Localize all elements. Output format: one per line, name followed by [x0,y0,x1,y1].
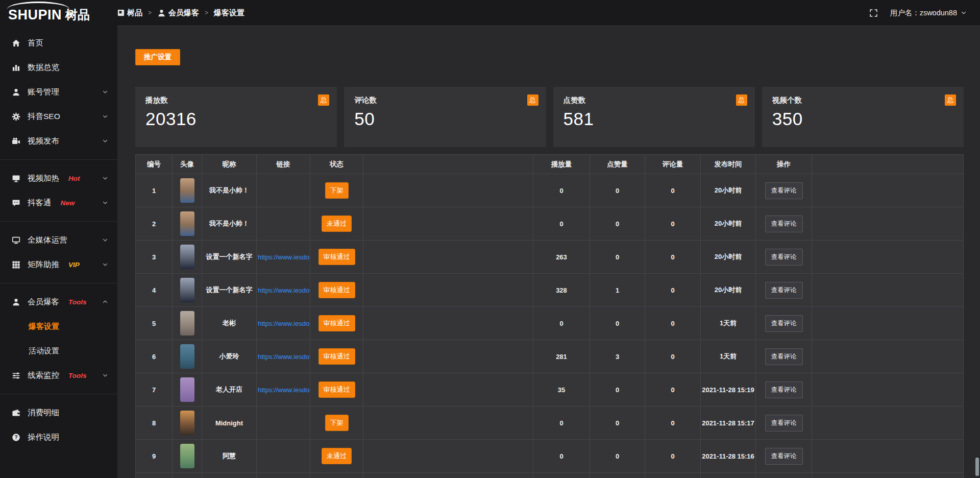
cell-action: 查看评论 [756,373,812,407]
status-badge-未通过[interactable]: 未通过 [322,216,352,232]
cell-link: https://www.iesdouyin.c [257,340,310,373]
status-badge-下架[interactable]: 下架 [325,182,349,199]
cell-empty [812,207,964,241]
status-badge-审核通过[interactable]: 审核通过 [318,381,355,398]
cell-nickname: 老彬 [202,307,257,340]
avatar [180,311,194,336]
sidebar-item-抖客通[interactable]: 抖客通New [0,190,117,215]
home-icon [11,39,20,47]
view-comments-button[interactable]: 查看评论 [765,249,803,266]
avatar [180,211,194,236]
status-badge-审核通过[interactable]: 审核通过 [318,249,355,265]
svg-text:?: ? [14,435,17,440]
sidebar-subitem-活动设置[interactable]: 活动设置 [0,339,117,363]
cell-plays [533,473,590,478]
cell-empty [363,274,533,307]
video-link[interactable]: https://www.iesdouyin.c [258,286,310,294]
sidebar-item-视频发布[interactable]: 视频发布 [0,129,117,153]
sidebar-item-badge: Hot [68,175,80,182]
breadcrumb-item-shupin[interactable]: 树品 [117,8,142,18]
cell-number: 7 [136,373,173,407]
cell-empty [363,207,533,241]
sidebar-item-抖音SEO[interactable]: 抖音SEO [0,104,117,129]
breadcrumb-label: 爆客设置 [214,8,244,18]
cell-empty [363,174,533,207]
status-badge-未通过[interactable]: 未通过 [322,448,352,464]
table-row [136,473,964,478]
view-comments-button[interactable]: 查看评论 [765,381,803,398]
status-badge-下架[interactable]: 下架 [325,415,349,431]
sidebar-divider [0,394,117,394]
vertical-scrollbar[interactable] [975,458,979,476]
video-link[interactable]: https://www.iesdouyin.c [258,253,310,261]
table-header-row: 编号头像昵称链接状态播放量点赞量评论量发布时间操作 [136,155,964,174]
avatar [180,178,194,203]
sidebar-item-数据总览[interactable]: 数据总览 [0,55,117,80]
grid-icon [11,260,20,269]
column-header-状态: 状态 [310,155,363,174]
view-comments-button[interactable]: 查看评论 [765,182,803,199]
sidebar-item-label: 数据总览 [28,62,59,73]
video-link[interactable]: https://www.iesdouyin.c [258,353,310,361]
promo-settings-button[interactable]: 推广设置 [135,49,180,65]
cell-number: 3 [136,241,173,274]
breadcrumb-separator: > [205,9,208,16]
status-badge-审核通过[interactable]: 审核通过 [318,315,355,331]
sidebar-item-账号管理[interactable]: 账号管理 [0,80,117,104]
chevron-down-icon [102,372,108,378]
sidebar-item-label: 视频加热 [28,173,59,184]
cell-link: https://www.iesdouyin.c [257,241,310,274]
chevron-down-icon [102,175,108,181]
view-comments-button[interactable]: 查看评论 [765,348,803,365]
breadcrumb-item-member[interactable]: 会员爆客 [157,8,199,18]
video-link[interactable]: https://www.iesdouyin.c [258,386,310,394]
status-badge-审核通过[interactable]: 审核通过 [318,282,355,298]
column-header-链接: 链接 [257,155,310,174]
cell-empty [363,440,533,473]
sidebar-item-矩阵助推[interactable]: 矩阵助推VIP [0,252,117,277]
view-comments-button[interactable]: 查看评论 [765,415,803,432]
sidebar-item-全媒体运营[interactable]: 全媒体运营 [0,228,117,252]
status-badge-审核通过[interactable]: 审核通过 [318,348,355,365]
view-comments-button[interactable]: 查看评论 [765,315,803,332]
sidebar-subitem-label: 活动设置 [29,346,59,356]
cell-nickname: 设置一个新名字 [202,241,257,274]
cell-plays: 0 [533,440,590,473]
sidebar-item-消费明细[interactable]: 消费明细 [0,400,117,425]
sidebar-item-视频加热[interactable]: 视频加热Hot [0,166,117,190]
video-link[interactable]: https://www.iesdouyin.c [258,320,310,327]
cell-comments: 0 [645,207,701,241]
sidebar-item-线索监控[interactable]: 线索监控Tools [0,363,117,388]
view-comments-button[interactable]: 查看评论 [765,216,803,232]
cell-publish-time: 1天前 [701,307,756,340]
cell-likes: 0 [590,307,645,340]
cell-status: 审核通过 [310,307,363,340]
cell-avatar [173,340,202,373]
fullscreen-icon[interactable] [869,9,878,17]
cell-comments: 0 [645,241,701,274]
app-logo[interactable]: SHUPIN 树品 [0,0,117,26]
chevron-up-icon [102,299,108,305]
stat-card-total-badge: 总 [736,94,747,106]
cell-link [257,473,310,478]
table-row: 7老人开店https://www.iesdouyin.c审核通过35002021… [136,373,964,407]
cell-avatar [173,407,202,440]
sidebar-subitem-爆客设置[interactable]: 爆客设置 [0,314,117,339]
cell-empty [812,373,964,407]
view-comments-button[interactable]: 查看评论 [765,282,803,299]
breadcrumb-label: 会员爆客 [168,8,199,18]
cell-publish-time: 2021-11-28 15:19 [701,373,756,407]
sidebar-item-会员爆客[interactable]: 会员爆客Tools [0,290,117,314]
sidebar-item-操作说明[interactable]: ?操作说明 [0,425,117,449]
cell-likes: 0 [590,440,645,473]
sidebar-item-badge: VIP [68,261,80,269]
sidebar-item-label: 矩阵助推 [28,259,59,270]
sidebar-item-首页[interactable]: 首页 [0,31,117,55]
cell-link [257,174,310,207]
username-dropdown[interactable]: 用户名：zswodun88 [890,8,967,18]
person-icon [11,88,20,97]
view-comments-button[interactable]: 查看评论 [765,448,803,465]
cell-comments: 0 [645,407,701,440]
cell-comments: 0 [645,440,701,473]
cell-number: 8 [136,407,173,440]
